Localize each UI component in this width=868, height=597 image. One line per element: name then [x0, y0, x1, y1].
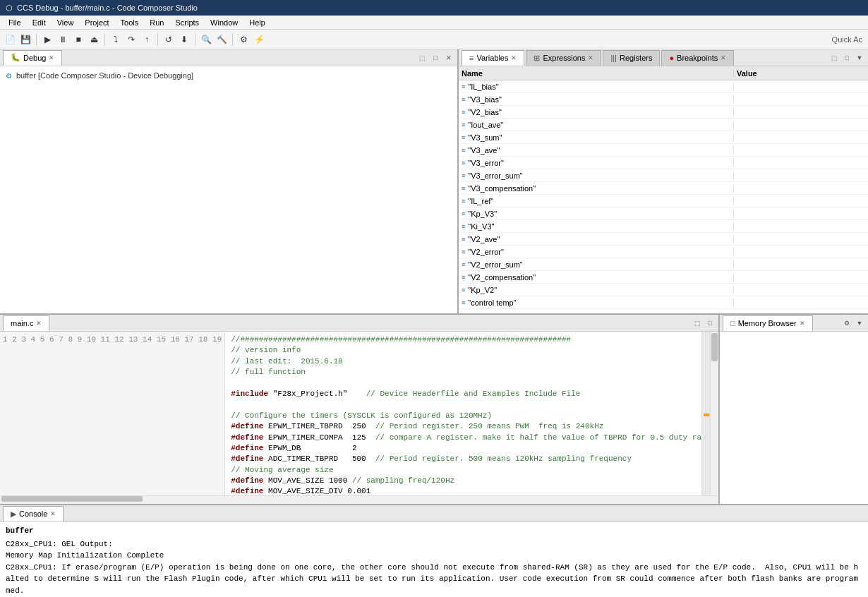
breakpoints-tab-close[interactable]: ✕ [721, 54, 726, 61]
toolbar-disconnect[interactable]: ⏏ [87, 32, 101, 47]
var-name-cell: ≡ "V3_error_sum" [459, 171, 734, 180]
menu-edit[interactable]: Edit [27, 17, 52, 28]
var-row[interactable]: ≡ "V2_bias" [459, 106, 868, 119]
toolbar-build[interactable]: 🔨 [215, 32, 229, 47]
debug-close-btn[interactable]: ✕ [443, 52, 454, 64]
toolbar-step-into[interactable]: ⤵ [109, 32, 123, 47]
toolbar-btn-1[interactable]: 📄 [3, 32, 17, 47]
console-panel: ▶ Console ✕ buffer C28xx_CPU1: GEL Outpu… [0, 505, 868, 597]
toolbar-btn-2[interactable]: 💾 [18, 32, 32, 47]
toolbar-step-over[interactable]: ↷ [124, 32, 138, 47]
var-row[interactable]: ≡ "V3_error" [459, 157, 868, 169]
menu-file[interactable]: File [3, 17, 27, 28]
debug-item-label[interactable]: buffer [Code Composer Studio - Device De… [16, 71, 193, 80]
var-row[interactable]: ≡ "control temp" [459, 296, 868, 309]
toolbar-misc[interactable]: ⚡ [252, 32, 266, 47]
var-row[interactable]: ≡ "Ki_V3" [459, 220, 868, 233]
var-row[interactable]: ≡ "Kp_V2" [459, 284, 868, 296]
menu-scripts[interactable]: Scripts [169, 17, 205, 28]
console-tab-close[interactable]: ✕ [50, 510, 56, 517]
debug-maximize-btn[interactable]: □ [430, 52, 441, 64]
tab-variables[interactable]: ≡ Variables ✕ [462, 50, 524, 66]
debug-minimize-btn[interactable]: ⬚ [416, 52, 428, 64]
var-icon: ≡ [462, 236, 465, 243]
var-row[interactable]: ≡ "V2_error" [459, 246, 868, 258]
toolbar-debug-btn[interactable]: ⚙ [236, 32, 251, 47]
tab-registers[interactable]: ||| Registers [603, 50, 660, 66]
var-viewmenu-btn[interactable]: ▼ [854, 52, 865, 64]
editor-horiz-scroll[interactable] [0, 495, 718, 504]
var-name-cell: ≡ "V2_ave" [459, 235, 734, 243]
debug-tab-label: Debug [23, 54, 46, 62]
var-row[interactable]: ≡ "Iout_ave" [459, 119, 868, 131]
var-row[interactable]: ≡ "V3_error_sum" [459, 169, 868, 182]
toolbar-resume[interactable]: ▶ [40, 32, 54, 47]
menu-window[interactable]: Window [205, 17, 243, 28]
var-name: "V3_sum" [468, 133, 502, 142]
var-row[interactable]: ≡ "Kp_V3" [459, 207, 868, 220]
var-scroll-area[interactable]: ≡ "IL_bias" ≡ "V3_bias" ≡ "V2_bias" ≡ "I… [459, 80, 868, 313]
toolbar: 📄 💾 ▶ ⏸ ■ ⏏ ⤵ ↷ ↑ ↺ ⬇ 🔍 🔨 ⚙ ⚡ Quick Ac [0, 30, 868, 49]
marker-bar [701, 332, 710, 495]
console-tab[interactable]: ▶ Console ✕ [3, 506, 64, 521]
editor-minimize-btn[interactable]: ⬚ [692, 318, 703, 329]
breakpoints-tab-label: Breakpoints [677, 54, 718, 62]
toolbar-restart[interactable]: ↺ [162, 32, 176, 47]
var-row[interactable]: ≡ "IL_ref" [459, 195, 868, 207]
console-icon: ▶ [11, 509, 16, 519]
variables-tab-close[interactable]: ✕ [511, 54, 517, 61]
var-name-cell: ≡ "Kp_V2" [459, 286, 734, 294]
tab-breakpoints[interactable]: ● Breakpoints ✕ [661, 50, 734, 66]
var-name-cell: ≡ "V3_compensation" [459, 184, 734, 193]
memory-tab-close[interactable]: ✕ [800, 320, 805, 327]
var-row[interactable]: ≡ "V3_ave" [459, 144, 868, 157]
editor-vert-scroll[interactable] [710, 332, 718, 495]
var-row[interactable]: ≡ "V2_compensation" [459, 271, 868, 284]
quick-access-label: Quick Ac [832, 35, 865, 44]
debug-tab-close[interactable]: ✕ [49, 54, 54, 61]
top-section: 🐛 Debug ✕ ⬚ □ ✕ ⚙ buffer [Code Composer … [0, 49, 868, 315]
editor-tab-close[interactable]: ✕ [36, 320, 42, 327]
memory-tab[interactable]: □ Memory Browser ✕ [723, 315, 813, 331]
menu-run[interactable]: Run [144, 17, 169, 28]
variables-panel: ≡ Variables ✕ ⊞ Expressions ✕ ||| Regist… [459, 49, 868, 313]
debug-tab[interactable]: 🐛 Debug ✕ [3, 50, 62, 66]
breakpoints-icon: ● [669, 54, 674, 62]
var-name-cell: ≡ "IL_ref" [459, 197, 734, 205]
editor-horiz-thumb [1, 496, 143, 502]
editor-maximize-btn[interactable]: □ [704, 318, 716, 329]
menu-tools[interactable]: Tools [115, 17, 145, 28]
toolbar-load[interactable]: ⬇ [177, 32, 191, 47]
memory-settings-btn[interactable]: ⚙ [841, 318, 852, 329]
expressions-tab-close[interactable]: ✕ [588, 54, 593, 61]
var-tab-bar: ≡ Variables ✕ ⊞ Expressions ✕ ||| Regist… [459, 49, 868, 66]
memory-viewmenu-btn[interactable]: ▼ [854, 318, 865, 329]
memory-tab-icon: □ [730, 319, 735, 327]
toolbar-terminate[interactable]: ■ [71, 32, 85, 47]
debug-tab-bar: 🐛 Debug ✕ ⬚ □ ✕ [0, 49, 457, 66]
toolbar-suspend[interactable]: ⏸ [56, 32, 70, 47]
var-row[interactable]: ≡ "V2_error_sum" [459, 258, 868, 271]
var-row[interactable]: ≡ "V3_compensation" [459, 182, 868, 195]
debug-tab-controls: ⬚ □ ✕ [416, 52, 454, 64]
tab-expressions[interactable]: ⊞ Expressions ✕ [526, 50, 601, 66]
menu-view[interactable]: View [52, 17, 80, 28]
var-name-cell: ≡ "V3_sum" [459, 133, 734, 142]
registers-tab-label: Registers [620, 54, 652, 62]
var-maximize-btn[interactable]: □ [841, 52, 852, 64]
menu-help[interactable]: Help [243, 17, 271, 28]
editor-tab-main[interactable]: main.c ✕ [3, 315, 49, 331]
var-icon: ≡ [462, 223, 465, 230]
var-minimize-btn[interactable]: ⬚ [828, 52, 840, 64]
var-row[interactable]: ≡ "V2_ave" [459, 233, 868, 246]
var-row[interactable]: ≡ "V3_sum" [459, 131, 868, 144]
toolbar-step-return[interactable]: ↑ [140, 32, 154, 47]
var-name: "V2_bias" [468, 108, 502, 116]
code-area[interactable]: //######################################… [225, 332, 701, 495]
console-line: C28xx_CPU1: If erase/program (E/P) opera… [6, 562, 862, 597]
toolbar-find[interactable]: 🔍 [199, 32, 213, 47]
var-header: Name Value [459, 66, 868, 80]
menu-project[interactable]: Project [79, 17, 114, 28]
var-row[interactable]: ≡ "V3_bias" [459, 93, 868, 106]
var-row[interactable]: ≡ "IL_bias" [459, 80, 868, 93]
